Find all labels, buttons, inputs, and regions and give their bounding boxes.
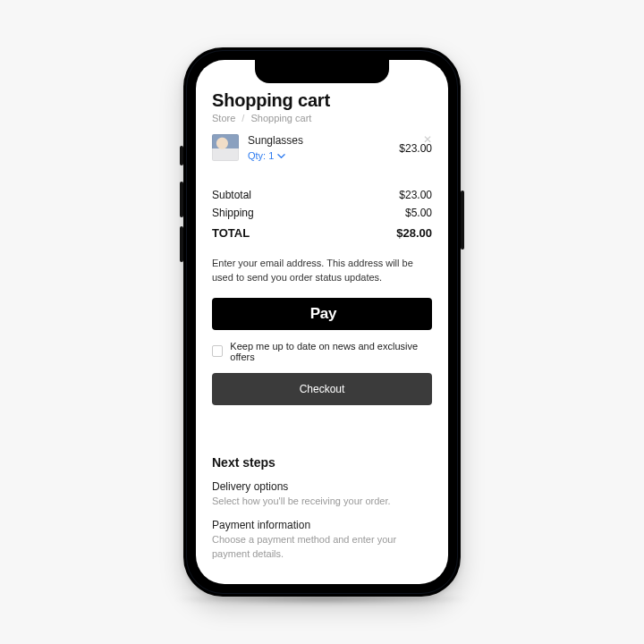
total-value: $28.00 [396,226,432,240]
phone-shadow [170,593,474,606]
breadcrumb: Store / Shopping cart [212,113,432,123]
shipping-label: Shipping [212,207,254,219]
newsletter-consent[interactable]: Keep me up to date on news and exclusive… [212,341,432,362]
subtotal-value: $23.00 [399,189,432,201]
phone-screen: Shopping cart Store / Shopping cart Sung… [196,60,448,584]
breadcrumb-separator: / [242,113,244,123]
step-delivery: Delivery options Select how you'll be re… [212,480,432,508]
volume-up-button[interactable] [180,182,183,217]
mute-switch[interactable] [180,146,183,165]
apple-pay-label: Pay [310,305,337,323]
breadcrumb-store[interactable]: Store [212,113,235,123]
page-title: Shopping cart [212,90,432,111]
step-desc: Select how you'll be receiving your orde… [212,495,432,508]
phone-notch [255,60,389,83]
breadcrumb-current: Shopping cart [250,113,311,123]
product-name: Sunglasses [248,134,390,147]
next-steps-heading: Next steps [212,455,432,470]
shipping-value: $5.00 [405,207,432,219]
step-title: Payment information [212,519,432,531]
product-thumbnail[interactable] [212,134,239,161]
quantity-selector[interactable]: Qty: 1 [248,150,285,161]
apple-pay-button[interactable]: Pay [212,298,432,330]
cart-item-row: Sunglasses Qty: 1 $23.00 ✕ [212,134,432,163]
total-label: TOTAL [212,226,250,240]
close-icon: ✕ [423,133,432,146]
consent-checkbox[interactable] [212,345,223,357]
page-content: Shopping cart Store / Shopping cart Sung… [196,60,448,584]
step-payment: Payment information Choose a payment met… [212,519,432,561]
chevron-down-icon [277,152,285,160]
consent-label: Keep me up to date on news and exclusive… [230,341,432,362]
power-button[interactable] [461,191,464,250]
quantity-label: Qty: 1 [248,150,274,161]
next-steps-section: Next steps Delivery options Select how y… [212,455,432,561]
step-desc: Choose a payment method and enter your p… [212,533,432,561]
remove-item-button[interactable]: ✕ [423,134,432,145]
email-note: Enter your email address. This address w… [212,257,432,285]
order-summary: Subtotal $23.00 Shipping $5.00 TOTAL $28… [212,186,432,242]
checkout-label: Checkout [300,383,345,395]
subtotal-label: Subtotal [212,189,251,201]
step-title: Delivery options [212,480,432,493]
phone-frame: Shopping cart Store / Shopping cart Sung… [183,47,461,597]
volume-down-button[interactable] [180,226,183,262]
checkout-button[interactable]: Checkout [212,373,432,405]
